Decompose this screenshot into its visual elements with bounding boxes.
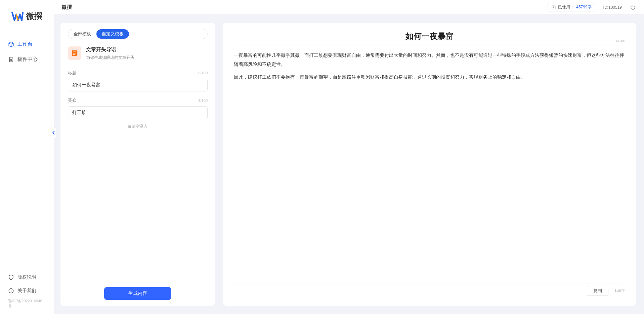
article-icon	[71, 49, 78, 57]
brand-logo: 微撰	[0, 10, 54, 22]
sidebar-item-workspace[interactable]: 工作台	[5, 38, 49, 50]
output-title-count: 6/100	[616, 39, 625, 43]
sidebar-item-copyright[interactable]: 版权说明	[5, 272, 49, 283]
title-field-count: 6/100	[198, 71, 208, 75]
cube-icon	[8, 41, 14, 47]
output-body: 一夜暴富的可能性几乎微乎其微，而打工族想要实现财富自由，通常需要付出大量的时间和…	[234, 51, 625, 279]
sidebar: 微撰 工作台 稿件中心 版权说明	[0, 0, 54, 314]
generate-button[interactable]: 生成内容	[104, 287, 171, 300]
sidebar-nav: 工作台 稿件中心	[0, 38, 54, 272]
sidebar-item-label: 工作台	[17, 41, 33, 47]
sidebar-item-label: 版权说明	[17, 274, 36, 280]
tab-all-templates[interactable]: 全部模板	[68, 29, 96, 39]
audience-input[interactable]	[68, 106, 208, 119]
input-panel: 全部模板 自定义模板 文章开头导语 为你生成抓眼球的文章开头	[60, 23, 215, 306]
title-field-label: 标题	[68, 70, 77, 76]
info-icon	[8, 288, 14, 294]
title-input[interactable]	[68, 79, 208, 91]
template-tabs: 全部模板 自定义模板	[68, 29, 208, 39]
output-title: 如何一夜暴富	[234, 31, 625, 42]
usage-badge[interactable]: 已使用： 45799字	[548, 3, 595, 11]
document-icon	[8, 56, 14, 63]
word-count: 156字	[614, 288, 625, 293]
sidebar-bottom: 版权说明 关于我们 鄂ICP备2022016946号	[0, 272, 54, 314]
power-icon[interactable]	[630, 4, 636, 10]
sidebar-item-label: 稿件中心	[17, 56, 38, 63]
sidebar-item-about[interactable]: 关于我们	[5, 285, 49, 297]
copy-button[interactable]: 复制	[587, 286, 608, 296]
usage-label: 已使用：	[558, 4, 574, 10]
brand-name: 微撰	[26, 11, 42, 22]
clear-button[interactable]: 🗑清空录入	[68, 124, 208, 129]
output-panel: 如何一夜暴富 6/100 一夜暴富的可能性几乎微乎其微，而打工族想要实现财富自由…	[223, 23, 636, 306]
template-desc: 为你生成抓眼球的文章开头	[86, 55, 134, 61]
user-id: ID:100519	[603, 5, 622, 10]
template-header: 文章开头导语 为你生成抓眼球的文章开头	[68, 46, 208, 61]
sidebar-item-drafts[interactable]: 稿件中心	[5, 53, 49, 65]
text-icon	[551, 5, 556, 10]
page-title: 微撰	[62, 4, 72, 10]
usage-value: 45799字	[576, 4, 591, 10]
chevron-left-icon	[52, 131, 55, 135]
header: 微撰 已使用： 45799字 ID:100519	[54, 0, 644, 15]
logo-mark-icon	[11, 10, 24, 22]
output-paragraph: 因此，建议打工族们不要抱有一夜暴富的期望，而是应该注重积累财富和提高自身技能，通…	[234, 73, 625, 82]
audience-field-count: 3/100	[198, 99, 208, 103]
shield-icon	[8, 274, 14, 280]
output-paragraph: 一夜暴富的可能性几乎微乎其微，而打工族想要实现财富自由，通常需要付出大量的时间和…	[234, 51, 625, 69]
template-name: 文章开头导语	[86, 46, 134, 53]
icp-text: 鄂ICP备2022016946号	[5, 299, 49, 309]
sidebar-item-label: 关于我们	[17, 288, 36, 294]
audience-field-label: 受众	[68, 97, 77, 104]
tab-custom-templates[interactable]: 自定义模板	[96, 29, 129, 39]
template-icon	[68, 46, 81, 60]
sidebar-collapse-handle[interactable]	[51, 128, 56, 138]
